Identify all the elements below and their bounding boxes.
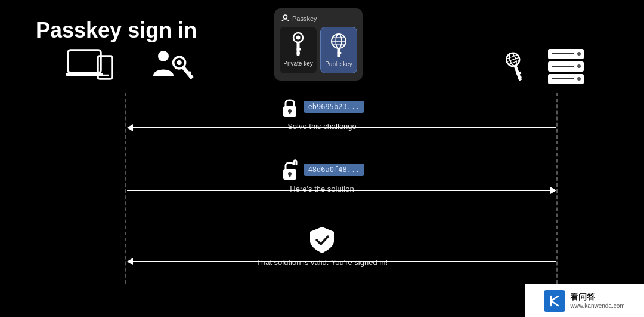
public-key-icon (330, 32, 348, 59)
device-icons (66, 48, 113, 85)
passkey-header-icon (281, 14, 289, 22)
svg-point-39 (577, 64, 581, 68)
svg-rect-15 (297, 52, 301, 54)
shield-check-icon (309, 226, 335, 254)
solution-badge: 48d6a0f48... (304, 164, 365, 176)
solution-lock-badge: 48d6a0f48... (280, 158, 365, 181)
svg-point-12 (296, 36, 301, 40)
svg-rect-14 (297, 48, 301, 51)
svg-point-10 (284, 15, 287, 19)
challenge-arrow (127, 124, 556, 131)
public-key-label: Public key (325, 61, 352, 68)
page-title: Passkey sign in (36, 18, 197, 43)
unlocked-padlock-icon (280, 158, 300, 181)
svg-point-40 (577, 77, 581, 81)
server-icon (544, 45, 587, 88)
watermark: 看问答 www.kanwenda.com (525, 284, 644, 317)
watermark-k-logo (548, 294, 561, 307)
svg-point-4 (158, 51, 169, 61)
signed-in-arrow (127, 258, 556, 265)
watermark-site-name: 看问答 (570, 292, 624, 303)
svg-rect-46 (289, 174, 290, 177)
private-key-label: Private key (283, 60, 312, 67)
private-key-icon (289, 32, 307, 58)
locked-padlock-icon (280, 96, 300, 118)
challenge-lock-badge: eb9695b23... (280, 96, 365, 118)
public-key-item: Public key (320, 27, 357, 73)
laptop-icon (66, 48, 113, 85)
solution-arrow (127, 187, 556, 194)
svg-rect-22 (338, 52, 342, 54)
challenge-badge: eb9695b23... (304, 101, 365, 113)
svg-point-6 (176, 59, 182, 66)
passkey-label: Passkey (292, 15, 317, 22)
server-key-icon (502, 49, 530, 85)
svg-point-38 (577, 52, 581, 56)
watermark-url: www.kanwenda.com (570, 303, 624, 309)
passkey-keys-container: Private key Public key (280, 27, 357, 73)
passkey-card-header: Passkey (281, 14, 317, 22)
svg-rect-43 (289, 111, 290, 114)
svg-rect-23 (338, 55, 341, 57)
passkey-card: Passkey Private key (274, 8, 363, 81)
watermark-logo (544, 290, 565, 312)
private-key-item: Private key (280, 27, 317, 73)
svg-rect-0 (68, 50, 101, 73)
watermark-text-block: 看问答 www.kanwenda.com (570, 292, 624, 309)
